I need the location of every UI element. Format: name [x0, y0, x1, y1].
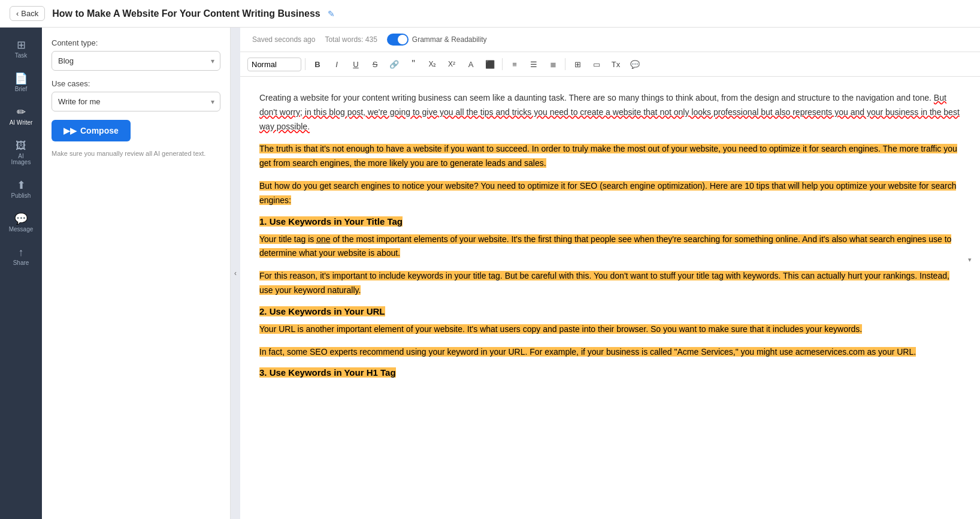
format-select-wrap: Normal Heading 1 Heading 2 Heading 3	[247, 58, 301, 71]
collapse-chevron-icon: ‹	[234, 269, 237, 277]
editor-area: Saved seconds ago Total words: 435 Gramm…	[240, 28, 980, 519]
ordered-list-button[interactable]: ≡	[506, 56, 523, 73]
content-type-field: Content type: Blog Article Social Media …	[52, 38, 220, 71]
ai-images-icon: 🖼	[16, 140, 26, 151]
share-icon: ↑	[19, 247, 24, 258]
brief-icon: 📄	[14, 73, 28, 84]
toolbar-divider-3	[565, 58, 565, 70]
left-panel: Content type: Blog Article Social Media …	[42, 28, 231, 519]
collapse-handle[interactable]: ‹	[231, 28, 240, 519]
use-cases-select-wrap: Write for me Expand Summarize Rewrite ▾	[52, 92, 220, 111]
compose-label: Compose	[80, 126, 119, 135]
highlight-para-5: For this reason, it's important to inclu…	[259, 271, 949, 295]
sidebar-item-label-message: Message	[9, 227, 34, 233]
use-cases-field: Use cases: Write for me Expand Summarize…	[52, 79, 220, 111]
ai-note: Make sure you manually review all AI gen…	[52, 150, 220, 157]
clear-format-button[interactable]: Tx	[607, 56, 624, 73]
paragraph-4: Your title tag is one of the most import…	[259, 233, 961, 261]
content-type-select-wrap: Blog Article Social Media Email ▾	[52, 51, 220, 71]
nav-sidebar: ⊞ Task 📄 Brief ✏ AI Writer 🖼 AI Images ⬆…	[0, 28, 42, 519]
compose-button[interactable]: ▶▶ Compose	[52, 120, 131, 141]
sidebar-item-label-brief: Brief	[15, 86, 28, 92]
back-button[interactable]: ‹ Back	[10, 6, 45, 21]
strikethrough-button[interactable]: S	[367, 56, 383, 73]
grammar-highlight-1: But don't worry; in this blog post, we'r…	[259, 93, 960, 131]
grammar-label: Grammar & Readability	[412, 35, 487, 44]
highlight-para-7: In fact, some SEO experts recommend usin…	[259, 347, 916, 357]
paragraph-7: In fact, some SEO experts recommend usin…	[259, 345, 961, 360]
use-cases-select[interactable]: Write for me Expand Summarize Rewrite	[52, 92, 220, 111]
grammar-toggle[interactable]	[387, 34, 409, 46]
sidebar-item-ai-images[interactable]: 🖼 AI Images	[4, 134, 38, 171]
dotted-underline-1: one	[316, 234, 330, 244]
ai-writer-icon: ✏	[17, 107, 26, 117]
paragraph-3: But how do you get search engines to not…	[259, 179, 961, 208]
highlight-h2: 2. Use Keywords in Your URL	[259, 306, 385, 316]
paragraph-1: Creating a website for your content writ…	[259, 91, 961, 134]
toolbar-divider-1	[305, 58, 306, 70]
editor-content[interactable]: Creating a website for your content writ…	[240, 77, 980, 519]
unordered-list-button[interactable]: ☰	[525, 56, 542, 73]
message-icon: 💬	[14, 213, 28, 224]
toolbar: Normal Heading 1 Heading 2 Heading 3 ▾ B…	[240, 52, 980, 77]
word-count: Total words: 435	[325, 35, 377, 44]
sidebar-item-task[interactable]: ⊞ Task	[4, 34, 38, 65]
use-cases-label: Use cases:	[52, 79, 220, 88]
task-icon: ⊞	[17, 40, 26, 50]
sidebar-item-brief[interactable]: 📄 Brief	[4, 67, 38, 98]
saved-status: Saved seconds ago	[252, 35, 315, 44]
underline-button[interactable]: U	[347, 56, 364, 73]
publish-icon: ⬆	[17, 180, 26, 191]
sidebar-item-publish[interactable]: ⬆ Publish	[4, 174, 38, 205]
sidebar-item-ai-writer[interactable]: ✏ AI Writer	[4, 101, 38, 132]
back-label: Back	[21, 9, 38, 18]
highlight-h3: 3. Use Keywords in Your H1 Tag	[259, 367, 396, 378]
sidebar-item-label-ai-images: AI Images	[8, 153, 34, 165]
sidebar-item-label-ai-writer: AI Writer	[10, 120, 33, 126]
page-title: How to Make A Website For Your Content W…	[52, 8, 320, 19]
highlight-para-6: Your URL is another important element of…	[259, 324, 862, 334]
quote-button[interactable]: "	[405, 56, 422, 73]
highlight-button[interactable]: ⬛	[482, 56, 498, 73]
highlight-para-3: But how do you get search engines to not…	[259, 181, 956, 205]
heading-3: 3. Use Keywords in Your H1 Tag	[259, 367, 961, 378]
align-button[interactable]: ≣	[545, 56, 561, 73]
grammar-toggle-wrap: Grammar & Readability	[387, 34, 487, 46]
comment-button[interactable]: 💬	[627, 56, 643, 73]
superscript-button[interactable]: X²	[443, 56, 460, 73]
sidebar-item-message[interactable]: 💬 Message	[4, 207, 38, 239]
sidebar-item-label-publish: Publish	[11, 193, 31, 199]
link-button[interactable]: 🔗	[386, 56, 403, 73]
highlight-h1: 1. Use Keywords in Your Title Tag	[259, 216, 403, 227]
image-button[interactable]: ⊞	[569, 56, 586, 73]
format-select[interactable]: Normal Heading 1 Heading 2 Heading 3	[247, 58, 301, 71]
text-color-button[interactable]: A	[462, 56, 479, 73]
table-button[interactable]: ▭	[588, 56, 605, 73]
heading-1: 1. Use Keywords in Your Title Tag	[259, 216, 961, 227]
toggle-knob	[398, 35, 407, 44]
sidebar-item-label-task: Task	[15, 53, 28, 59]
highlight-para-2: The truth is that it's not enough to hav…	[259, 144, 957, 168]
main-layout: ⊞ Task 📄 Brief ✏ AI Writer 🖼 AI Images ⬆…	[0, 28, 980, 519]
paragraph-2: The truth is that it's not enough to hav…	[259, 142, 961, 171]
italic-button[interactable]: I	[328, 56, 345, 73]
bold-button[interactable]: B	[309, 56, 326, 73]
heading-2: 2. Use Keywords in Your URL	[259, 306, 961, 316]
paragraph-5: For this reason, it's important to inclu…	[259, 269, 961, 298]
content-type-label: Content type:	[52, 38, 220, 47]
toolbar-divider-2	[502, 58, 503, 70]
highlight-para-4: Your title tag is one of the most import…	[259, 234, 951, 258]
edit-icon[interactable]: ✎	[328, 9, 335, 19]
content-type-select[interactable]: Blog Article Social Media Email	[52, 51, 220, 71]
compose-play-icon: ▶▶	[63, 126, 77, 135]
editor-topbar: Saved seconds ago Total words: 435 Gramm…	[240, 28, 980, 52]
chevron-left-icon: ‹	[16, 9, 19, 18]
sidebar-item-label-share: Share	[13, 260, 29, 266]
sidebar-item-share[interactable]: ↑ Share	[4, 241, 38, 272]
topbar: ‹ Back How to Make A Website For Your Co…	[0, 0, 980, 28]
subscript-button[interactable]: X₂	[424, 56, 441, 73]
paragraph-6: Your URL is another important element of…	[259, 322, 961, 337]
